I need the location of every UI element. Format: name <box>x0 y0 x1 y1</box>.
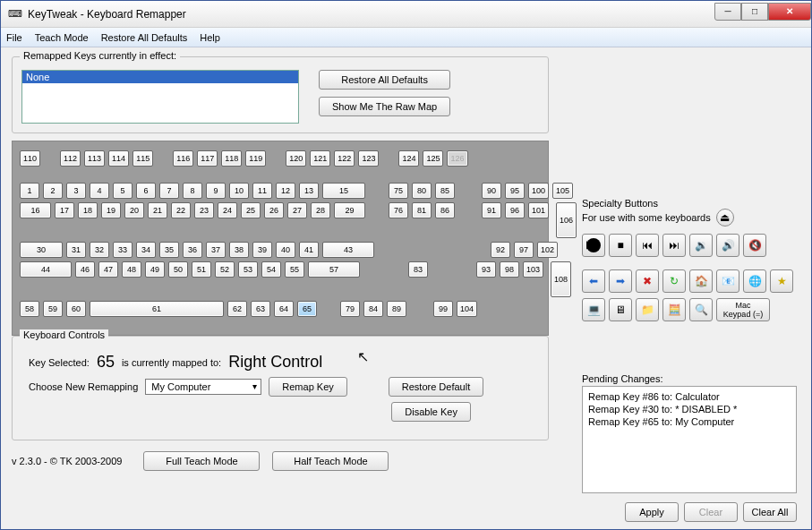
vol-down-icon[interactable]: 🔉 <box>689 234 713 257</box>
key-36[interactable]: 36 <box>183 242 202 258</box>
key-51[interactable]: 51 <box>192 261 211 278</box>
key-3[interactable]: 3 <box>66 183 86 199</box>
menu-teach-mode[interactable]: Teach Mode <box>35 32 89 43</box>
next-icon[interactable]: ⏭ <box>662 234 686 257</box>
key-84[interactable]: 84 <box>363 301 383 317</box>
key-96[interactable]: 96 <box>505 202 525 218</box>
apply-button[interactable]: Apply <box>625 502 679 522</box>
key-101[interactable]: 101 <box>528 202 549 218</box>
key-52[interactable]: 52 <box>215 261 235 278</box>
key-106[interactable]: 106 <box>556 202 577 238</box>
key-8[interactable]: 8 <box>183 183 202 199</box>
pending-item[interactable]: Remap Key #30 to: * DISABLED * <box>588 403 791 415</box>
key-91[interactable]: 91 <box>482 202 501 218</box>
key-35[interactable]: 35 <box>159 242 179 258</box>
restore-all-defaults-button[interactable]: Restore All Defaults <box>319 70 450 90</box>
menu-file[interactable]: File <box>6 32 22 43</box>
key-19[interactable]: 19 <box>101 202 121 218</box>
key-97[interactable]: 97 <box>514 242 534 258</box>
key-50[interactable]: 50 <box>168 261 188 278</box>
key-47[interactable]: 47 <box>98 261 118 278</box>
key-46[interactable]: 46 <box>75 261 95 278</box>
key-13[interactable]: 13 <box>299 183 319 199</box>
key-38[interactable]: 38 <box>229 242 249 258</box>
key-6[interactable]: 6 <box>136 183 156 199</box>
key-110[interactable]: 110 <box>20 150 40 167</box>
key-33[interactable]: 33 <box>113 242 132 258</box>
key-93[interactable]: 93 <box>476 261 496 278</box>
key-89[interactable]: 89 <box>387 301 406 317</box>
key-22[interactable]: 22 <box>171 202 191 218</box>
stop2-icon[interactable]: ✖ <box>636 269 659 293</box>
key-81[interactable]: 81 <box>412 202 432 218</box>
menu-restore-defaults[interactable]: Restore All Defaults <box>101 32 188 43</box>
key-5[interactable]: 5 <box>113 183 132 199</box>
half-teach-mode-button[interactable]: Half Teach Mode <box>272 451 389 471</box>
key-17[interactable]: 17 <box>55 202 74 218</box>
key-53[interactable]: 53 <box>238 261 258 278</box>
key-125[interactable]: 125 <box>423 150 443 167</box>
key-114[interactable]: 114 <box>108 150 129 167</box>
key-86[interactable]: 86 <box>435 202 455 218</box>
key-113[interactable]: 113 <box>84 150 105 167</box>
home-icon[interactable]: 🏠 <box>689 269 713 293</box>
restore-default-button[interactable]: Restore Default <box>389 377 483 397</box>
web-icon[interactable]: 🌐 <box>743 269 766 293</box>
key-24[interactable]: 24 <box>218 202 237 218</box>
key-76[interactable]: 76 <box>389 202 408 218</box>
key-126[interactable]: 126 <box>447 150 467 167</box>
key-124[interactable]: 124 <box>398 150 419 167</box>
key-20[interactable]: 20 <box>124 202 144 218</box>
key-65[interactable]: 65 <box>297 301 317 317</box>
eject-icon[interactable]: ⏏ <box>716 209 734 227</box>
key-122[interactable]: 122 <box>334 150 355 167</box>
key-12[interactable]: 12 <box>276 183 295 199</box>
key-121[interactable]: 121 <box>310 150 330 167</box>
back-icon[interactable]: ⬅ <box>582 269 605 293</box>
key-100[interactable]: 100 <box>528 183 549 199</box>
key-85[interactable]: 85 <box>435 183 455 199</box>
key-44[interactable]: 44 <box>20 261 72 278</box>
key-59[interactable]: 59 <box>43 301 63 317</box>
vol-up-icon[interactable]: 🔊 <box>716 234 739 257</box>
remapping-dropdown[interactable]: My Computer <box>145 379 261 395</box>
close-button[interactable]: ✕ <box>768 3 811 21</box>
refresh-icon[interactable]: ↻ <box>662 269 686 293</box>
mute-icon[interactable]: 🔇 <box>743 234 766 257</box>
key-15[interactable]: 15 <box>322 183 365 199</box>
play-icon[interactable]: ▶ <box>582 234 605 257</box>
key-64[interactable]: 64 <box>274 301 294 317</box>
key-10[interactable]: 10 <box>229 183 249 199</box>
key-7[interactable]: 7 <box>159 183 179 199</box>
key-117[interactable]: 117 <box>197 150 218 167</box>
key-27[interactable]: 27 <box>287 202 307 218</box>
stop-icon[interactable]: ■ <box>609 234 632 257</box>
clear-all-button[interactable]: Clear All <box>743 502 797 522</box>
key-4[interactable]: 4 <box>90 183 109 199</box>
key-25[interactable]: 25 <box>241 202 261 218</box>
key-54[interactable]: 54 <box>261 261 281 278</box>
key-58[interactable]: 58 <box>20 301 39 317</box>
key-120[interactable]: 120 <box>286 150 306 167</box>
key-108[interactable]: 108 <box>551 261 571 297</box>
forward-icon[interactable]: ➡ <box>609 269 632 293</box>
calculator-icon[interactable]: 🧮 <box>662 298 686 321</box>
key-118[interactable]: 118 <box>221 150 242 167</box>
key-55[interactable]: 55 <box>285 261 304 278</box>
key-16[interactable]: 16 <box>20 202 51 218</box>
key-103[interactable]: 103 <box>523 261 543 278</box>
key-9[interactable]: 9 <box>206 183 226 199</box>
key-62[interactable]: 62 <box>227 301 247 317</box>
key-32[interactable]: 32 <box>90 242 109 258</box>
mac-keypad-button[interactable]: MacKeypad (=) <box>716 298 770 321</box>
maximize-button[interactable]: □ <box>741 3 768 21</box>
desktop-icon[interactable]: 🖥 <box>609 298 632 321</box>
key-39[interactable]: 39 <box>252 242 272 258</box>
pending-item[interactable]: Remap Key #86 to: Calculator <box>588 390 791 403</box>
key-79[interactable]: 79 <box>340 301 360 317</box>
prev-icon[interactable]: ⏮ <box>636 234 659 257</box>
pending-list[interactable]: Remap Key #86 to: Calculator Remap Key #… <box>582 386 797 493</box>
key-37[interactable]: 37 <box>206 242 226 258</box>
remapped-none-item[interactable]: None <box>22 71 298 83</box>
key-28[interactable]: 28 <box>311 202 330 218</box>
